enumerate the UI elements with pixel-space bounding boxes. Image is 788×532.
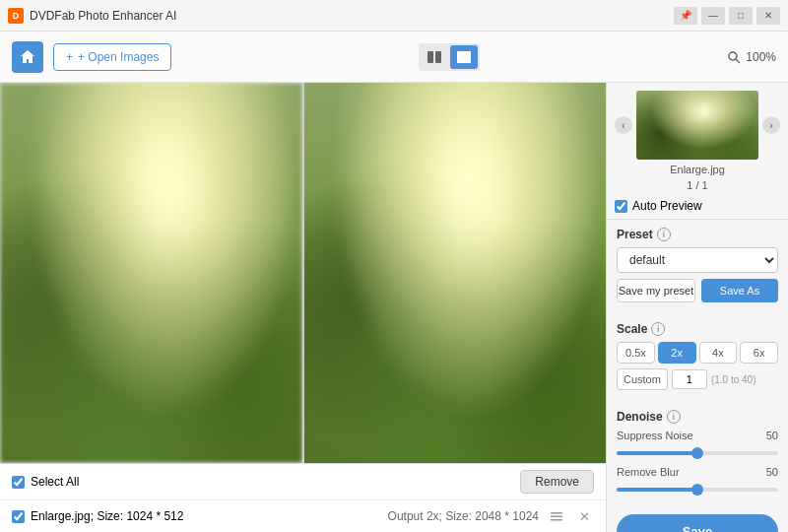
preset-label: Preset	[617, 228, 653, 241]
settings-icon	[550, 509, 563, 523]
remove-blur-label: Remove Blur	[617, 466, 680, 478]
enhanced-image	[304, 83, 607, 463]
single-view-button[interactable]	[450, 45, 478, 69]
zoom-level: 100%	[746, 50, 776, 64]
pin-button[interactable]: 📌	[674, 7, 697, 25]
open-images-label: + Open Images	[78, 50, 159, 64]
remove-blur-label-row: Remove Blur 50	[617, 466, 778, 478]
original-image	[0, 83, 302, 463]
denoise-label: Denoise	[617, 410, 663, 424]
custom-scale-input[interactable]	[672, 369, 707, 389]
main-area: Select All Remove Enlarge.jpg; Size: 102…	[0, 83, 788, 532]
save-button[interactable]: Save	[617, 514, 778, 532]
page-counter: 1 / 1	[687, 179, 707, 191]
select-all-row: Select All	[12, 475, 79, 489]
svg-line-4	[736, 59, 740, 63]
auto-preview-row: Auto Preview	[607, 199, 788, 220]
title-bar-left: D DVDFab Photo Enhancer AI	[8, 8, 176, 24]
remove-blur-value: 50	[766, 466, 778, 478]
scale-section: Scale i 0.5x 2x 4x 6x Custom (1.0 to 40)	[607, 314, 788, 394]
suppress-noise-label-row: Suppress Noise 50	[617, 430, 778, 441]
scale-buttons: 0.5x 2x 4x 6x	[617, 342, 778, 364]
toolbar: + + Open Images 100%	[0, 32, 788, 83]
toolbar-left: + + Open Images	[12, 41, 171, 73]
file-list-header: Select All Remove	[0, 464, 606, 500]
thumbnail-filename: Enlarge.jpg	[670, 164, 725, 175]
save-as-button[interactable]: Save As	[701, 279, 778, 302]
scale-2x-button[interactable]: 2x	[658, 342, 696, 364]
home-icon	[20, 49, 35, 65]
svg-point-3	[729, 52, 737, 60]
file-row: Enlarge.jpg; Size: 1024 * 512 Output 2x;…	[0, 500, 606, 532]
denoise-section: Denoise i Suppress Noise 50 Remove Blur …	[607, 402, 788, 506]
home-button[interactable]	[12, 41, 43, 73]
prev-image-button[interactable]: ‹	[615, 116, 632, 134]
svg-rect-7	[551, 519, 562, 521]
next-image-button[interactable]: ›	[762, 116, 780, 134]
scale-info-icon[interactable]: i	[651, 322, 665, 336]
thumbnail-area: ‹ › Enlarge.jpg 1 / 1	[607, 83, 788, 199]
file-name: Enlarge.jpg; Size: 1024 * 512	[31, 509, 183, 523]
app-title: DVDFab Photo Enhancer AI	[30, 9, 176, 23]
preset-info-icon[interactable]: i	[657, 228, 671, 241]
maximize-button[interactable]: □	[729, 7, 753, 25]
remove-button[interactable]: Remove	[520, 470, 594, 494]
remove-blur-row: Remove Blur 50	[617, 466, 778, 495]
image-right	[304, 83, 607, 463]
output-info: Output 2x; Size: 2048 * 1024	[388, 509, 539, 523]
preset-buttons: Save my preset Save As	[617, 279, 778, 302]
suppress-noise-slider[interactable]	[617, 451, 778, 455]
single-view-icon	[456, 49, 472, 65]
svg-rect-5	[551, 512, 562, 514]
plus-icon: +	[66, 50, 73, 64]
image-left	[0, 83, 302, 463]
preset-dropdown[interactable]: default portrait landscape anime	[617, 247, 778, 273]
toolbar-right: 100%	[727, 50, 776, 64]
file-checkbox[interactable]	[12, 510, 25, 523]
open-images-button[interactable]: + + Open Images	[53, 43, 171, 71]
suppress-noise-value: 50	[766, 430, 778, 441]
custom-scale-row: Custom (1.0 to 40)	[617, 368, 778, 390]
file-remove-button[interactable]: ✕	[574, 506, 594, 526]
thumbnail-wrapper: ‹ ›	[615, 91, 780, 160]
select-all-label: Select All	[31, 475, 79, 489]
suppress-noise-row: Suppress Noise 50	[617, 430, 778, 458]
image-viewer	[0, 83, 606, 463]
select-all-checkbox[interactable]	[12, 476, 25, 489]
file-settings-button[interactable]	[547, 506, 566, 526]
image-panel: Select All Remove Enlarge.jpg; Size: 102…	[0, 83, 606, 532]
right-panel: ‹ › Enlarge.jpg 1 / 1 Auto Preview Prese…	[606, 83, 788, 532]
view-toggle	[419, 43, 480, 71]
custom-scale-button[interactable]: Custom	[617, 368, 668, 390]
preset-section: Preset i default portrait landscape anim…	[607, 220, 788, 306]
scale-4x-button[interactable]: 4x	[699, 342, 738, 364]
denoise-info-icon[interactable]: i	[667, 410, 681, 424]
custom-scale-hint: (1.0 to 40)	[711, 374, 756, 385]
scale-6x-button[interactable]: 6x	[740, 342, 778, 364]
svg-rect-2	[457, 51, 471, 63]
window-controls: 📌 — □ ✕	[674, 7, 780, 25]
save-preset-button[interactable]: Save my preset	[617, 279, 695, 302]
minimize-button[interactable]: —	[701, 7, 725, 25]
scale-label: Scale	[617, 322, 647, 336]
suppress-noise-label: Suppress Noise	[617, 430, 693, 441]
title-bar: D DVDFab Photo Enhancer AI 📌 — □ ✕	[0, 0, 788, 32]
file-list: Select All Remove Enlarge.jpg; Size: 102…	[0, 463, 606, 532]
split-view-icon	[427, 49, 442, 65]
file-row-left: Enlarge.jpg; Size: 1024 * 512	[12, 509, 183, 523]
auto-preview-checkbox[interactable]	[615, 200, 627, 213]
preset-title: Preset i	[617, 228, 778, 241]
svg-rect-1	[435, 51, 441, 63]
thumbnail-image	[636, 91, 758, 160]
app-icon: D	[8, 8, 24, 24]
auto-preview-label: Auto Preview	[632, 199, 702, 213]
svg-rect-6	[551, 516, 562, 518]
scale-title: Scale i	[617, 322, 778, 336]
scale-05x-button[interactable]: 0.5x	[617, 342, 655, 364]
split-view-button[interactable]	[421, 45, 448, 69]
zoom-icon	[727, 50, 741, 64]
remove-blur-slider[interactable]	[617, 488, 778, 492]
file-row-right: Output 2x; Size: 2048 * 1024 ✕	[388, 506, 594, 526]
close-button[interactable]: ✕	[756, 7, 780, 25]
denoise-title: Denoise i	[617, 410, 778, 424]
